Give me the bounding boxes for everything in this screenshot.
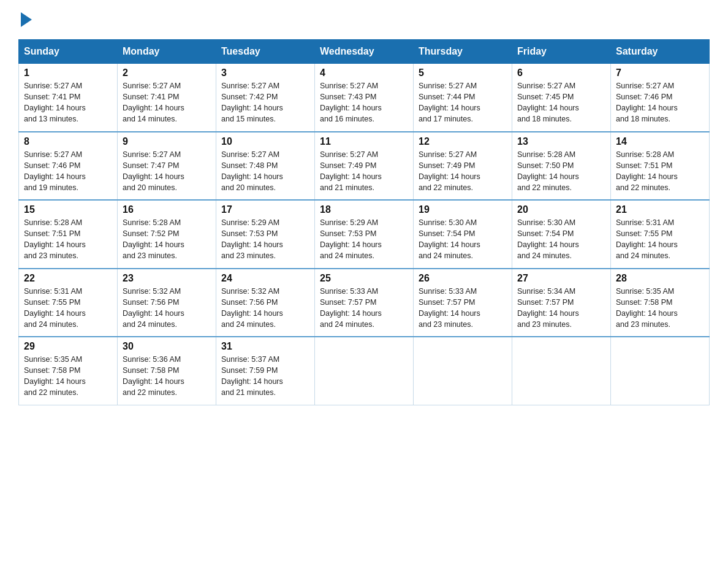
- day-number: 9: [123, 136, 211, 147]
- logo: [18, 12, 32, 29]
- calendar-cell: 25Sunrise: 5:33 AMSunset: 7:57 PMDayligh…: [315, 269, 414, 337]
- day-info: Sunrise: 5:27 AMSunset: 7:49 PMDaylight:…: [419, 149, 507, 194]
- day-number: 20: [517, 204, 605, 215]
- day-number: 15: [24, 204, 112, 215]
- day-info: Sunrise: 5:27 AMSunset: 7:46 PMDaylight:…: [24, 149, 112, 194]
- calendar-cell: [611, 337, 710, 405]
- day-info: Sunrise: 5:36 AMSunset: 7:58 PMDaylight:…: [123, 354, 211, 399]
- calendar-cell: 16Sunrise: 5:28 AMSunset: 7:52 PMDayligh…: [118, 200, 216, 269]
- day-of-week-header: Monday: [118, 40, 216, 64]
- calendar-cell: 31Sunrise: 5:37 AMSunset: 7:59 PMDayligh…: [216, 337, 315, 405]
- calendar-cell: 18Sunrise: 5:29 AMSunset: 7:53 PMDayligh…: [315, 200, 414, 269]
- day-number: 13: [517, 136, 605, 147]
- day-number: 10: [221, 136, 309, 147]
- calendar-cell: 10Sunrise: 5:27 AMSunset: 7:48 PMDayligh…: [216, 132, 315, 201]
- calendar-cell: 6Sunrise: 5:27 AMSunset: 7:45 PMDaylight…: [512, 64, 611, 132]
- calendar-cell: 7Sunrise: 5:27 AMSunset: 7:46 PMDaylight…: [611, 64, 710, 132]
- day-number: 18: [320, 204, 408, 215]
- day-number: 21: [616, 204, 704, 215]
- day-number: 19: [419, 204, 507, 215]
- day-of-week-header: Tuesday: [216, 40, 315, 64]
- day-info: Sunrise: 5:28 AMSunset: 7:51 PMDaylight:…: [24, 217, 112, 262]
- day-of-week-header: Saturday: [611, 40, 710, 64]
- day-info: Sunrise: 5:27 AMSunset: 7:46 PMDaylight:…: [616, 80, 704, 125]
- calendar-cell: 29Sunrise: 5:35 AMSunset: 7:58 PMDayligh…: [19, 337, 118, 405]
- day-info: Sunrise: 5:32 AMSunset: 7:56 PMDaylight:…: [123, 286, 211, 331]
- day-of-week-header: Sunday: [19, 40, 118, 64]
- calendar-cell: 9Sunrise: 5:27 AMSunset: 7:47 PMDaylight…: [118, 132, 216, 201]
- day-info: Sunrise: 5:27 AMSunset: 7:41 PMDaylight:…: [24, 80, 112, 125]
- calendar-week-row: 22Sunrise: 5:31 AMSunset: 7:55 PMDayligh…: [19, 269, 710, 337]
- day-info: Sunrise: 5:34 AMSunset: 7:57 PMDaylight:…: [517, 286, 605, 331]
- calendar-cell: 15Sunrise: 5:28 AMSunset: 7:51 PMDayligh…: [19, 200, 118, 269]
- calendar-cell: 4Sunrise: 5:27 AMSunset: 7:43 PMDaylight…: [315, 64, 414, 132]
- day-info: Sunrise: 5:27 AMSunset: 7:48 PMDaylight:…: [221, 149, 309, 194]
- calendar-cell: 24Sunrise: 5:32 AMSunset: 7:56 PMDayligh…: [216, 269, 315, 337]
- calendar-cell: 17Sunrise: 5:29 AMSunset: 7:53 PMDayligh…: [216, 200, 315, 269]
- calendar-week-row: 8Sunrise: 5:27 AMSunset: 7:46 PMDaylight…: [19, 132, 710, 201]
- day-info: Sunrise: 5:27 AMSunset: 7:47 PMDaylight:…: [123, 149, 211, 194]
- day-number: 28: [616, 273, 704, 284]
- calendar-cell: [414, 337, 512, 405]
- day-of-week-header: Thursday: [414, 40, 512, 64]
- day-info: Sunrise: 5:33 AMSunset: 7:57 PMDaylight:…: [320, 286, 408, 331]
- day-info: Sunrise: 5:32 AMSunset: 7:56 PMDaylight:…: [221, 286, 309, 331]
- day-number: 3: [221, 67, 309, 79]
- calendar-week-row: 29Sunrise: 5:35 AMSunset: 7:58 PMDayligh…: [19, 337, 710, 405]
- day-info: Sunrise: 5:33 AMSunset: 7:57 PMDaylight:…: [419, 286, 507, 331]
- day-number: 1: [24, 67, 112, 79]
- day-info: Sunrise: 5:27 AMSunset: 7:45 PMDaylight:…: [517, 80, 605, 125]
- day-number: 11: [320, 136, 408, 147]
- day-number: 7: [616, 67, 704, 79]
- day-info: Sunrise: 5:27 AMSunset: 7:41 PMDaylight:…: [123, 80, 211, 125]
- calendar-cell: 22Sunrise: 5:31 AMSunset: 7:55 PMDayligh…: [19, 269, 118, 337]
- day-number: 31: [221, 341, 309, 352]
- logo-arrow-icon: [21, 12, 32, 27]
- calendar-cell: 14Sunrise: 5:28 AMSunset: 7:51 PMDayligh…: [611, 132, 710, 201]
- day-info: Sunrise: 5:35 AMSunset: 7:58 PMDaylight:…: [24, 354, 112, 399]
- day-number: 29: [24, 341, 112, 352]
- calendar-table: SundayMondayTuesdayWednesdayThursdayFrid…: [18, 39, 710, 405]
- day-info: Sunrise: 5:31 AMSunset: 7:55 PMDaylight:…: [616, 217, 704, 262]
- day-number: 23: [123, 273, 211, 284]
- calendar-header-row: SundayMondayTuesdayWednesdayThursdayFrid…: [19, 40, 710, 64]
- calendar-cell: 3Sunrise: 5:27 AMSunset: 7:42 PMDaylight…: [216, 64, 315, 132]
- calendar-cell: 21Sunrise: 5:31 AMSunset: 7:55 PMDayligh…: [611, 200, 710, 269]
- day-of-week-header: Wednesday: [315, 40, 414, 64]
- calendar-week-row: 1Sunrise: 5:27 AMSunset: 7:41 PMDaylight…: [19, 64, 710, 132]
- day-number: 26: [419, 273, 507, 284]
- day-number: 17: [221, 204, 309, 215]
- day-number: 6: [517, 67, 605, 79]
- calendar-cell: [315, 337, 414, 405]
- day-number: 8: [24, 136, 112, 147]
- day-number: 25: [320, 273, 408, 284]
- day-number: 16: [123, 204, 211, 215]
- calendar-cell: [512, 337, 611, 405]
- day-number: 24: [221, 273, 309, 284]
- day-info: Sunrise: 5:27 AMSunset: 7:43 PMDaylight:…: [320, 80, 408, 125]
- day-info: Sunrise: 5:37 AMSunset: 7:59 PMDaylight:…: [221, 354, 309, 399]
- day-info: Sunrise: 5:28 AMSunset: 7:52 PMDaylight:…: [123, 217, 211, 262]
- day-number: 14: [616, 136, 704, 147]
- day-info: Sunrise: 5:30 AMSunset: 7:54 PMDaylight:…: [517, 217, 605, 262]
- day-info: Sunrise: 5:31 AMSunset: 7:55 PMDaylight:…: [24, 286, 112, 331]
- calendar-cell: 8Sunrise: 5:27 AMSunset: 7:46 PMDaylight…: [19, 132, 118, 201]
- calendar-cell: 12Sunrise: 5:27 AMSunset: 7:49 PMDayligh…: [414, 132, 512, 201]
- calendar-cell: 19Sunrise: 5:30 AMSunset: 7:54 PMDayligh…: [414, 200, 512, 269]
- day-info: Sunrise: 5:27 AMSunset: 7:49 PMDaylight:…: [320, 149, 408, 194]
- day-number: 27: [517, 273, 605, 284]
- calendar-cell: 11Sunrise: 5:27 AMSunset: 7:49 PMDayligh…: [315, 132, 414, 201]
- day-number: 30: [123, 341, 211, 352]
- calendar-cell: 20Sunrise: 5:30 AMSunset: 7:54 PMDayligh…: [512, 200, 611, 269]
- day-info: Sunrise: 5:29 AMSunset: 7:53 PMDaylight:…: [221, 217, 309, 262]
- day-info: Sunrise: 5:30 AMSunset: 7:54 PMDaylight:…: [419, 217, 507, 262]
- day-info: Sunrise: 5:29 AMSunset: 7:53 PMDaylight:…: [320, 217, 408, 262]
- calendar-cell: 1Sunrise: 5:27 AMSunset: 7:41 PMDaylight…: [19, 64, 118, 132]
- day-info: Sunrise: 5:27 AMSunset: 7:44 PMDaylight:…: [419, 80, 507, 125]
- calendar-cell: 13Sunrise: 5:28 AMSunset: 7:50 PMDayligh…: [512, 132, 611, 201]
- day-info: Sunrise: 5:35 AMSunset: 7:58 PMDaylight:…: [616, 286, 704, 331]
- calendar-cell: 23Sunrise: 5:32 AMSunset: 7:56 PMDayligh…: [118, 269, 216, 337]
- day-info: Sunrise: 5:27 AMSunset: 7:42 PMDaylight:…: [221, 80, 309, 125]
- calendar-cell: 30Sunrise: 5:36 AMSunset: 7:58 PMDayligh…: [118, 337, 216, 405]
- day-of-week-header: Friday: [512, 40, 611, 64]
